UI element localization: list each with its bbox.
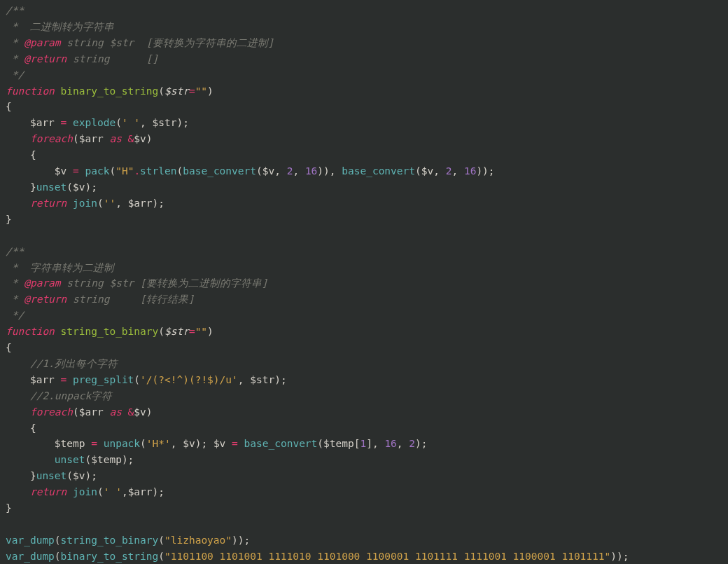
code-line: $arr = preg_split('/(?<!^)(?!$)/u', $str…	[6, 374, 287, 385]
code-line: }unset($v);	[6, 470, 97, 481]
comment-line: //2.unpack字符	[6, 390, 112, 401]
brace: {	[6, 101, 12, 112]
code-line: foreach($arr as &$v)	[6, 133, 153, 144]
code-line: return join(' ',$arr);	[6, 486, 164, 497]
docblock-line: * @return string [转行结果]	[6, 294, 195, 305]
docblock-open: /**	[6, 246, 24, 257]
docblock-close: */	[6, 69, 24, 81]
docblock-line: * @return string []	[6, 53, 158, 64]
docblock-line: * 字符串转为二进制	[6, 262, 114, 273]
brace: {	[6, 342, 12, 353]
docblock-open: /**	[6, 5, 24, 16]
brace: {	[6, 422, 36, 434]
code-line: return join('', $arr);	[6, 198, 164, 209]
docblock-close: */	[6, 310, 24, 321]
code-line: $arr = explode(' ', $str);	[6, 117, 189, 128]
docblock-line: * 二进制转为字符串	[6, 21, 114, 32]
php-code-block[interactable]: /** * 二进制转为字符串 * @param string $str [要转换…	[0, 0, 728, 564]
code-line: foreach($arr as &$v)	[6, 406, 153, 418]
code-line: $v = pack("H".strlen(base_convert($v, 2,…	[6, 165, 495, 177]
code-line: var_dump(string_to_binary("lizhaoyao"));	[6, 535, 250, 546]
docblock-line: * @param string $str [要转换为二进制的字符串]	[6, 277, 268, 289]
function-def: function string_to_binary($str="")	[6, 326, 214, 337]
code-line: var_dump(binary_to_string("1101100 11010…	[6, 551, 629, 562]
docblock-line: * @param string $str [要转换为字符串的二进制]	[6, 37, 274, 48]
comment-line: //1.列出每个字符	[6, 358, 118, 369]
code-line: unset($temp);	[6, 454, 134, 465]
brace: }	[6, 214, 12, 225]
code-line: }unset($v);	[6, 181, 97, 193]
function-def: function binary_to_string($str="")	[6, 85, 214, 97]
brace: {	[6, 149, 36, 160]
code-line: $temp = unpack('H*', $v); $v = base_conv…	[6, 438, 428, 449]
brace: }	[6, 502, 12, 514]
